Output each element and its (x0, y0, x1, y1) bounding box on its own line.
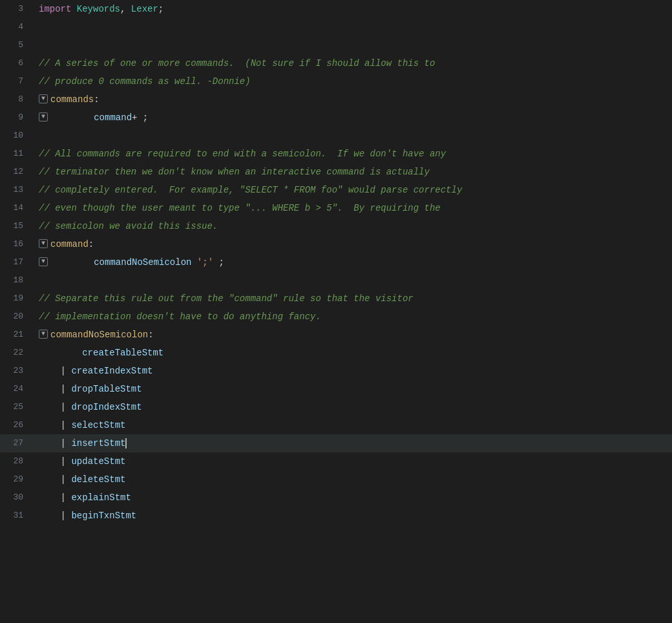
token-comment: // produce 0 commands as well. -Donnie) (39, 76, 251, 87)
token-punctuation: , (120, 4, 131, 14)
token-indent4 (39, 511, 61, 521)
line-content: // terminator then we don't know when an… (34, 163, 672, 181)
token-comment: // All commands are required to end with… (39, 149, 446, 159)
line-number: 8 (0, 90, 34, 109)
token-stmt-name: command (94, 112, 132, 123)
line-content: ▼commandNoSemicolon: (34, 326, 672, 344)
token-pipe: | (61, 384, 72, 394)
code-line: 23 | createIndexStmt (0, 362, 672, 380)
line-number: 3 (0, 0, 34, 18)
line-number: 19 (0, 290, 34, 308)
code-line: 27 | insertStmt (0, 434, 672, 452)
code-line: 31 | beginTxnStmt (0, 507, 672, 525)
fold-icon[interactable]: ▼ (39, 257, 48, 266)
code-line: 26 | selectStmt (0, 416, 672, 434)
token-punctuation: : (89, 239, 94, 249)
code-line: 7// produce 0 commands as well. -Donnie) (0, 72, 672, 90)
code-line: 30 | explainStmt (0, 489, 672, 507)
token-stmt-name: beginTxnStmt (71, 511, 136, 521)
token-indent4 (39, 420, 61, 430)
line-content: | updateStmt (34, 452, 672, 470)
token-identifier: Keywords (77, 4, 120, 14)
token-comment: // semicolon we avoid this issue. (39, 221, 218, 231)
line-content (34, 127, 672, 145)
token-string: ';' (191, 257, 213, 268)
line-content: ▼command: (34, 235, 672, 253)
code-line: 25 | dropIndexStmt (0, 398, 672, 416)
token-rule-name: commandNoSemicolon (50, 330, 148, 340)
token-comment: // completely entered. For example, "SEL… (39, 185, 462, 195)
token-pipe: | (61, 456, 72, 467)
code-line: 16▼command: (0, 235, 672, 253)
code-line: 20// implementation doesn't have to do a… (0, 308, 672, 326)
code-line: 5 (0, 36, 672, 54)
line-content: createTableStmt (34, 344, 672, 362)
token-comment: // implementation doesn't have to do any… (39, 312, 321, 322)
token-stmt-name: selectStmt (71, 420, 125, 430)
line-content: // even though the user meant to type ".… (34, 199, 672, 217)
code-line: 17▼ commandNoSemicolon ';' ; (0, 253, 672, 271)
code-line: 21▼commandNoSemicolon: (0, 326, 672, 344)
code-line: 4 (0, 18, 672, 36)
code-line: 15// semicolon we avoid this issue. (0, 217, 672, 235)
line-content: ▼ command+ ; (34, 109, 672, 127)
token-import-kw: import (39, 4, 77, 14)
token-comment: // A series of one or more commands. (No… (39, 58, 435, 69)
code-line: 8▼commands: (0, 90, 672, 109)
token-stmt-name: createIndexStmt (71, 366, 152, 376)
line-number: 29 (0, 470, 34, 489)
line-number: 23 (0, 362, 34, 380)
token-pipe: | (61, 420, 72, 430)
line-number: 25 (0, 398, 34, 416)
token-indent4 (39, 474, 61, 485)
line-number: 16 (0, 235, 34, 253)
line-content: // Separate this rule out from the "comm… (34, 290, 672, 308)
token-pipe: | (61, 402, 72, 412)
line-content: // implementation doesn't have to do any… (34, 308, 672, 326)
code-line: 14// even though the user meant to type … (0, 199, 672, 217)
token-comment: // Separate this rule out from the "comm… (39, 293, 414, 304)
token-stmt-name: commandNoSemicolon (94, 257, 191, 268)
text-cursor (125, 438, 127, 449)
code-line: 19// Separate this rule out from the "co… (0, 290, 672, 308)
line-number: 15 (0, 217, 34, 235)
line-content: // A series of one or more commands. (No… (34, 54, 672, 72)
line-number: 28 (0, 452, 34, 470)
line-number: 6 (0, 54, 34, 72)
token-indent (50, 257, 94, 268)
line-number: 5 (0, 36, 34, 54)
line-content: ▼commands: (34, 90, 672, 109)
code-line: 6// A series of one or more commands. (N… (0, 54, 672, 72)
token-pipe: | (61, 366, 72, 376)
fold-icon[interactable]: ▼ (39, 94, 48, 103)
line-number: 17 (0, 253, 34, 271)
token-punctuation: ; (143, 112, 148, 123)
token-indent4 (39, 438, 61, 449)
line-content (34, 18, 672, 36)
token-punctuation: : (148, 330, 153, 340)
token-pipe: | (61, 492, 72, 503)
token-pipe: | (61, 511, 72, 521)
token-identifier2: Lexer (131, 4, 158, 14)
line-number: 11 (0, 145, 34, 163)
code-line: 28 | updateStmt (0, 452, 672, 470)
line-number: 18 (0, 271, 34, 290)
fold-icon[interactable]: ▼ (39, 112, 48, 121)
fold-icon[interactable]: ▼ (39, 239, 48, 248)
line-content: | beginTxnStmt (34, 507, 672, 525)
token-stmt-name: explainStmt (71, 492, 131, 503)
code-line: 22 createTableStmt (0, 344, 672, 362)
fold-icon[interactable]: ▼ (39, 330, 48, 339)
token-rule-name: command (50, 239, 89, 249)
line-number: 26 (0, 416, 34, 434)
code-line: 10 (0, 127, 672, 145)
token-indent (39, 348, 82, 358)
token-indent4 (39, 366, 61, 376)
line-number: 22 (0, 344, 34, 362)
code-line: 29 | deleteStmt (0, 470, 672, 489)
token-operator: + (132, 112, 143, 123)
token-stmt-name: dropIndexStmt (71, 402, 142, 412)
line-content (34, 271, 672, 290)
line-number: 21 (0, 326, 34, 344)
token-punctuation: ; (158, 4, 163, 14)
